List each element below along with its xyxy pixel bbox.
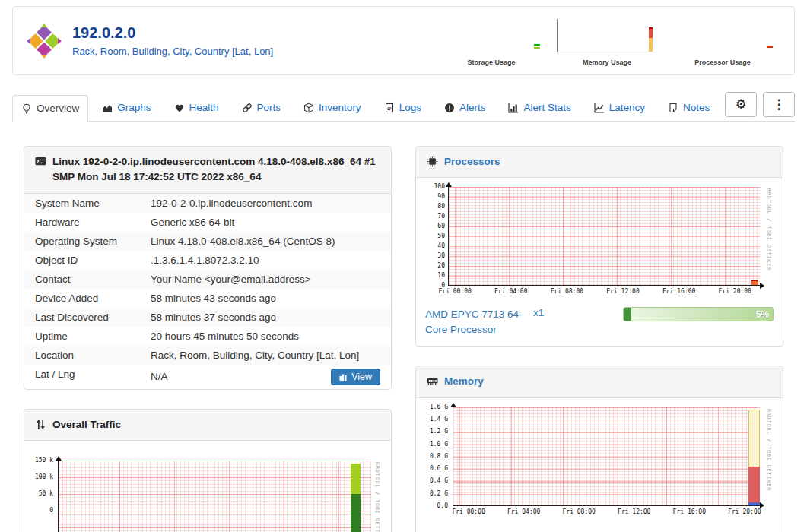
row-label: Lat / Lng xyxy=(24,365,140,389)
memory-mini-plot xyxy=(557,19,657,52)
tab-alerts[interactable]: Alerts xyxy=(435,94,495,121)
memory-icon xyxy=(427,375,438,387)
table-row: Operating System Linux 4.18.0-408.el8.x8… xyxy=(24,232,391,251)
overall-traffic-graph[interactable]: 150 k 100 k 50 k 0 RRDTOOL / TOBI OETIKE… xyxy=(24,441,391,532)
row-label: Location xyxy=(24,346,140,365)
table-row: Object ID .1.3.6.1.4.1.8072.3.2.10 xyxy=(24,251,391,270)
table-row: Contact Your Name <your@email.address> xyxy=(24,270,391,289)
cpu-usage-percent: 5% xyxy=(756,309,769,320)
storage-mini-plot xyxy=(441,19,542,52)
bar-chart-icon xyxy=(508,103,519,113)
mini-graph-label: Memory Usage xyxy=(549,59,665,66)
traffic-arrows-icon xyxy=(35,419,46,430)
cpu-usage-fill xyxy=(624,308,631,321)
traffic-out-bar xyxy=(351,494,361,532)
system-info-table: System Name 192-0-2-0.ip.linodeuserconte… xyxy=(24,194,391,389)
table-row: Uptime 20 hours 45 minutes 50 seconds xyxy=(24,327,391,346)
overview-content: Linux 192-0-2-0.ip.linodeusercontent.com… xyxy=(24,146,783,532)
table-row: Location Rack, Room, Building, City, Cou… xyxy=(24,346,391,365)
row-value: Rack, Room, Building, City, Country [Lat… xyxy=(140,346,391,365)
row-value: Generic x86 64-bit xyxy=(140,213,391,232)
terminal-icon xyxy=(35,156,46,167)
view-chart-icon xyxy=(339,373,347,381)
row-value: Your Name <your@email.address> xyxy=(140,270,391,289)
traffic-plot xyxy=(58,461,371,532)
memory-buffers-bar xyxy=(748,502,760,505)
note-icon xyxy=(668,103,678,113)
memory-graph[interactable]: 1.6 G 1.4 G 1.2 G 1.0 G 0.8 G 0.6 G 0.4 … xyxy=(416,398,783,532)
row-value: 20 hours 45 minutes 50 seconds xyxy=(140,327,391,346)
processors-panel: Processors 100 90 80 70 60 50 40 30 20 1… xyxy=(415,146,783,347)
row-value: 192-0-2-0.ip.linodeusercontent.com xyxy=(140,194,391,213)
kebab-icon: ⋮ xyxy=(773,98,786,111)
cpu-usage-bar: 5% xyxy=(623,307,774,321)
memory-used-bar xyxy=(748,467,760,505)
system-info-panel: Linux 192-0-2-0.ip.linodeusercontent.com… xyxy=(24,146,392,390)
table-row: Last Discovered 58 minutes 37 seconds ag… xyxy=(24,308,391,327)
cube-icon xyxy=(303,103,314,113)
device-header: 192.0.2.0 Rack, Room, Building, City, Co… xyxy=(12,6,795,75)
overall-traffic-panel: Overall Traffic 150 k 100 k 50 k 0 RRDTO… xyxy=(24,409,392,532)
more-actions-button[interactable]: ⋮ xyxy=(763,92,795,117)
microchip-icon xyxy=(427,156,438,167)
tab-bar: Overview Graphs Health Ports Inventory L… xyxy=(12,92,795,122)
row-label: Uptime xyxy=(24,327,140,346)
mini-graph-memory[interactable]: Memory Usage xyxy=(549,14,665,66)
alert-circle-icon xyxy=(444,103,455,113)
mini-graph-label: Processor Usage xyxy=(665,59,780,66)
row-label: Object ID xyxy=(24,251,140,270)
logs-icon xyxy=(384,103,395,113)
tab-notes[interactable]: Notes xyxy=(659,94,719,121)
table-row: Device Added 58 minutes 43 seconds ago xyxy=(24,289,391,308)
device-location-subtitle: Rack, Room, Building, City, Country [Lat… xyxy=(72,46,273,57)
rrdtool-watermark: RRDTOOL / TOBI OETIKER xyxy=(766,409,772,491)
gear-icon: ⚙ xyxy=(735,98,746,111)
heartbeat-icon xyxy=(174,103,185,113)
tab-latency[interactable]: Latency xyxy=(585,94,654,121)
system-info-header: Linux 192-0-2-0.ip.linodeusercontent.com… xyxy=(24,147,391,194)
view-button[interactable]: View xyxy=(331,369,380,385)
row-value: .1.3.6.1.4.1.8072.3.2.10 xyxy=(140,251,391,270)
device-settings-button[interactable]: ⚙ xyxy=(725,92,757,117)
tab-graphs[interactable]: Graphs xyxy=(93,94,160,121)
row-value: N/A View xyxy=(140,365,391,389)
row-value: 58 minutes 37 seconds ago xyxy=(140,308,391,327)
processors-header: Processors xyxy=(416,147,783,178)
tab-overview[interactable]: Overview xyxy=(12,95,88,122)
lightbulb-icon xyxy=(21,103,32,114)
cpu-meta-row: AMD EPYC 7713 64-Core Processor x1 5% xyxy=(416,304,783,346)
cpu-count: x1 xyxy=(533,307,544,318)
device-title: 192.0.2.0 xyxy=(72,24,273,42)
cpu-usage-spike xyxy=(751,280,758,285)
memory-plot: Fri 00:00 Fri 04:00 Fri 08:00 Fri 12:00 … xyxy=(453,407,760,506)
processors-title-link[interactable]: Processors xyxy=(444,154,500,169)
processor-mini-plot xyxy=(672,19,773,52)
processors-graph[interactable]: 100 90 80 70 60 50 40 30 20 10 0 Fri 00:… xyxy=(416,178,783,304)
table-row: Lat / Lng N/A View xyxy=(24,365,391,389)
header-mini-graphs: Storage Usage Memory Usage Processor Usa… xyxy=(434,14,780,66)
mini-graph-storage[interactable]: Storage Usage xyxy=(434,14,549,66)
row-label: Hardware xyxy=(24,213,140,232)
tab-health[interactable]: Health xyxy=(165,94,228,121)
system-kernel-string: Linux 192-0-2-0.ip.linodeusercontent.com… xyxy=(52,154,380,185)
memory-header: Memory xyxy=(416,366,783,397)
mini-graph-label: Storage Usage xyxy=(434,59,549,66)
centos-logo xyxy=(27,24,62,59)
memory-panel: Memory 1.6 G 1.4 G 1.2 G 1.0 G 0.8 G 0.6… xyxy=(415,366,783,532)
row-label: Contact xyxy=(24,270,140,289)
tab-ports[interactable]: Ports xyxy=(233,94,291,121)
table-row: Hardware Generic x86 64-bit xyxy=(24,213,391,232)
row-label: Operating System xyxy=(24,232,140,251)
row-value: Linux 4.18.0-408.el8.x86_64 (CentOS 8) xyxy=(140,232,391,251)
memory-title-link[interactable]: Memory xyxy=(444,374,484,389)
tab-logs[interactable]: Logs xyxy=(375,94,431,121)
tab-alert-stats[interactable]: Alert Stats xyxy=(499,94,580,121)
row-label: Last Discovered xyxy=(24,308,140,327)
table-row: System Name 192-0-2-0.ip.linodeuserconte… xyxy=(24,194,391,213)
cpu-name-link[interactable]: AMD EPYC 7713 64-Core Processor xyxy=(425,307,532,337)
rrdtool-watermark: RRDTOOL / TOBI OETIKER xyxy=(766,188,772,271)
tab-inventory[interactable]: Inventory xyxy=(294,94,370,121)
processors-plot: Fri 00:00 Fri 04:00 Fri 08:00 Fri 12:00 … xyxy=(448,187,760,286)
line-chart-icon xyxy=(594,103,605,113)
mini-graph-processor[interactable]: Processor Usage xyxy=(665,14,780,66)
